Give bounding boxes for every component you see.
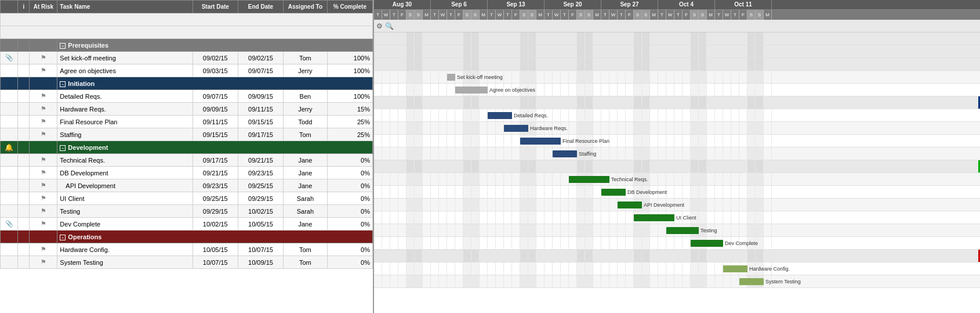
gantt-grid-cell (553, 45, 561, 57)
task-at-risk-cell: ⚑ (30, 64, 57, 77)
task-name-cell: Final Resource Plan (57, 116, 193, 128)
col-header-clip (1, 1, 18, 13)
flag-icon: ⚑ (41, 195, 46, 202)
task-name-cell: DB Development (57, 167, 193, 179)
task-start-date: 09/03/15 (193, 64, 238, 77)
gantt-grid-cell (674, 33, 683, 45)
gantt-grid-cell (374, 160, 382, 172)
gantt-grid-cell (561, 71, 569, 83)
gantt-day-label: W (723, 10, 731, 20)
gantt-grid-row (374, 173, 980, 186)
gantt-grid-cell (577, 84, 585, 96)
task-at-risk-cell: ⚑ (30, 116, 57, 128)
gantt-grid-cell (642, 147, 650, 160)
flag-icon: ⚑ (41, 182, 46, 189)
gantt-grid-cell (634, 71, 642, 83)
gantt-grid-cell (439, 71, 447, 83)
zoom-icon[interactable]: 🔍 (385, 22, 394, 30)
gantt-grid-cell (577, 160, 585, 172)
gantt-grid-cell (463, 96, 471, 109)
gantt-grid-cell (756, 237, 764, 249)
gantt-grid-cell (658, 275, 666, 287)
gantt-grid-cell (609, 71, 618, 83)
gear-icon[interactable]: ⚙ (376, 22, 383, 30)
gantt-grid-cell (561, 135, 569, 147)
gantt-grid-cell (480, 160, 488, 172)
gantt-grid-cell (756, 96, 764, 109)
gantt-grid-cell (496, 250, 504, 262)
gantt-grid-cell (618, 275, 626, 287)
task-end-date: 09/17/15 (238, 128, 283, 141)
gantt-grid-cell (536, 109, 545, 121)
gantt-grid-cell (707, 173, 715, 185)
task-end-date: 10/05/15 (238, 218, 283, 231)
gantt-grid-cell (569, 275, 577, 287)
gantt-grid-cell (455, 135, 463, 147)
gantt-grid-cell (374, 224, 382, 236)
gantt-grid-cell (747, 262, 756, 275)
gantt-grid-cell (488, 96, 496, 109)
gantt-grid-cell (431, 135, 439, 147)
gantt-grid-cell (585, 147, 593, 160)
gantt-grid-cell (569, 237, 577, 249)
section-icon1-cell (1, 77, 18, 90)
gantt-grid-cell (382, 33, 390, 45)
gantt-grid-cell (756, 211, 764, 224)
gantt-grid-cell (390, 211, 398, 224)
gantt-grid-cell (739, 173, 747, 185)
gantt-grid-cell (674, 84, 683, 96)
gantt-grid-cell (609, 173, 618, 185)
gantt-grid-cell (601, 250, 609, 262)
gantt-grid-cell (528, 199, 536, 211)
task-row: ⚑ Agree on objectives 09/03/15 09/07/15 … (1, 64, 373, 77)
section-icon1-cell: 🔔 (1, 141, 18, 154)
task-icon2-cell (18, 64, 30, 77)
collapse-icon[interactable]: - (60, 145, 66, 151)
gantt-grid-cell (390, 71, 398, 83)
gantt-grid-cell (463, 173, 471, 185)
gantt-grid-cell (561, 224, 569, 236)
gantt-grid-cell (666, 224, 674, 236)
gantt-grid-cell (650, 173, 658, 185)
gantt-grid-cell (471, 173, 480, 185)
gantt-grid-cell (488, 147, 496, 160)
gantt-grid-cell (520, 109, 528, 121)
task-icon2-cell (18, 90, 30, 103)
gantt-grid-cell (585, 199, 593, 211)
collapse-icon[interactable]: - (60, 81, 66, 87)
gantt-grid-cell (674, 135, 683, 147)
gantt-grid-cell (431, 45, 439, 57)
gantt-grid-cell (455, 33, 463, 45)
gantt-grid-cell (715, 122, 723, 134)
gantt-grid-cell (666, 122, 674, 134)
collapse-icon[interactable]: - (60, 235, 66, 240)
gantt-grid-cell (747, 199, 756, 211)
collapse-icon[interactable]: - (60, 43, 66, 49)
gantt-grid-cell (601, 147, 609, 160)
gantt-grid-cell (601, 45, 609, 57)
gantt-grid-cell (398, 199, 406, 211)
gantt-grid-cell (585, 71, 593, 83)
gantt-grid-cell (545, 262, 553, 275)
gantt-grid-cell (626, 96, 634, 109)
gantt-grid-cell (561, 33, 569, 45)
flag-icon: ⚑ (41, 258, 46, 265)
gantt-grid-cell (439, 147, 447, 160)
gantt-grid-cell (626, 58, 634, 70)
gantt-grid-cell (634, 173, 642, 185)
gantt-grid-cell (739, 199, 747, 211)
gantt-grid-cell (463, 84, 471, 96)
task-end-date: 09/29/15 (238, 192, 283, 205)
gantt-grid-cell (666, 211, 674, 224)
gantt-grid-cell (561, 211, 569, 224)
gantt-grid-cell (520, 58, 528, 70)
gantt-grid-cell (650, 199, 658, 211)
flag-icon: ⚑ (41, 118, 46, 125)
gantt-grid-cell (747, 84, 756, 96)
gantt-grid-cell (609, 237, 618, 249)
gantt-grid-cell (609, 84, 618, 96)
gantt-grid-cell (374, 173, 382, 185)
gantt-grid-cell (666, 147, 674, 160)
gantt-grid-cell (553, 135, 561, 147)
gantt-grid-cell (374, 237, 382, 249)
